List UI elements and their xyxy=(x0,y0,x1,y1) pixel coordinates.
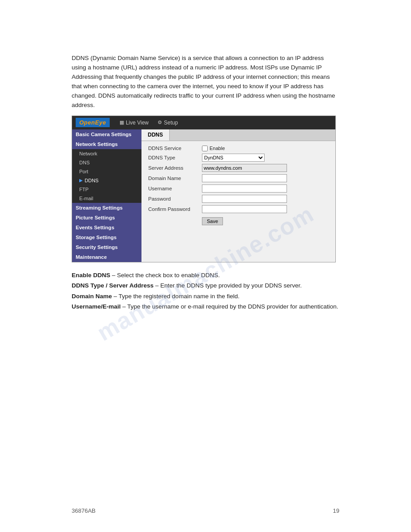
desc-item-1: DDNS Type / Server Address – Enter the D… xyxy=(72,281,339,291)
setup-nav[interactable]: ⚙ Setup xyxy=(153,116,182,129)
logo: OpenEye xyxy=(76,118,110,127)
intro-paragraph: DDNS (Dynamic Domain Name Service) is a … xyxy=(72,54,339,110)
password-row: Password xyxy=(148,195,329,203)
live-view-nav[interactable]: ▦ Live View xyxy=(115,116,153,129)
username-control xyxy=(202,184,287,193)
sidebar-item-network[interactable]: Network xyxy=(72,149,141,158)
server-address-label: Server Address xyxy=(148,165,202,171)
desc-label-1: DDNS Type / Server Address xyxy=(72,282,154,289)
tab-bar: DDNS xyxy=(141,129,335,141)
save-button[interactable]: Save xyxy=(202,217,223,225)
ddns-service-row: DDNS Service Enable xyxy=(148,146,329,151)
arrow-icon: ▶ xyxy=(79,178,83,183)
sidebar-item-dns[interactable]: DNS xyxy=(72,158,141,167)
live-view-label: Live View xyxy=(126,120,149,126)
server-address-control xyxy=(202,164,287,172)
ddns-type-label: DDNS Type xyxy=(148,155,202,160)
sidebar-email-label: E-mail xyxy=(79,196,93,201)
sidebar-streaming[interactable]: Streaming Settings xyxy=(72,203,141,213)
sidebar-dns-label: DNS xyxy=(79,160,90,165)
live-view-icon: ▦ xyxy=(120,120,124,125)
page-footer: 36876AB 19 xyxy=(72,507,339,514)
server-address-row: Server Address xyxy=(148,164,329,172)
ddns-enable-checkbox[interactable] xyxy=(202,146,208,151)
description-section: Enable DDNS – Select the check box to en… xyxy=(72,270,339,312)
server-address-input[interactable] xyxy=(202,164,287,172)
content-area: DDNS DDNS Service Enable DDNS Type xyxy=(141,129,335,262)
tab-ddns[interactable]: DDNS xyxy=(141,129,170,141)
desc-label-2: Domain Name xyxy=(72,293,112,300)
confirm-password-control xyxy=(202,205,287,213)
desc-item-3: Username/E-mail – Type the username or e… xyxy=(72,302,339,312)
sidebar-storage[interactable]: Storage Settings xyxy=(72,232,141,242)
password-input[interactable] xyxy=(202,195,287,203)
desc-item-2: Domain Name – Type the registered domain… xyxy=(72,292,339,301)
sidebar-basic-camera[interactable]: Basic Camera Settings xyxy=(72,129,141,139)
desc-label-3: Username/E-mail xyxy=(72,303,121,310)
sidebar-security[interactable]: Security Settings xyxy=(72,242,141,252)
sidebar-picture[interactable]: Picture Settings xyxy=(72,213,141,223)
sidebar-network-settings[interactable]: Network Settings xyxy=(72,139,141,149)
sidebar-item-ftp[interactable]: FTP xyxy=(72,185,141,194)
desc-text-0: Select the check box to enable DDNS. xyxy=(117,272,220,279)
confirm-password-input[interactable] xyxy=(202,205,287,213)
main-layout: Basic Camera Settings Network Settings N… xyxy=(72,129,335,262)
sidebar-network-label: Network xyxy=(79,151,97,156)
username-row: Username xyxy=(148,184,329,193)
ddns-type-row: DDNS Type DynDNS xyxy=(148,154,329,162)
sidebar-maintenance[interactable]: Maintenance xyxy=(72,252,141,262)
password-control xyxy=(202,195,287,203)
ddns-type-select[interactable]: DynDNS xyxy=(202,154,265,162)
desc-sep-3: – xyxy=(121,303,128,310)
desc-sep-0: – xyxy=(110,272,117,279)
domain-name-control xyxy=(202,174,287,182)
desc-item-0: Enable DDNS – Select the check box to en… xyxy=(72,270,339,280)
desc-sep-1: – xyxy=(154,282,160,289)
password-label: Password xyxy=(148,196,202,202)
domain-name-row: Domain Name xyxy=(148,174,329,182)
desc-text-1: Enter the DDNS type provided by your DDN… xyxy=(160,282,302,289)
desc-text-2: Type the registered domain name in the f… xyxy=(119,293,240,300)
setup-label: Setup xyxy=(164,120,178,126)
sidebar-ftp-label: FTP xyxy=(79,187,89,192)
sidebar-port-label: Port xyxy=(79,169,88,174)
camera-ui-screenshot: OpenEye ▦ Live View ⚙ Setup Basic Camera… xyxy=(72,116,336,262)
username-input[interactable] xyxy=(202,184,287,193)
doc-number: 36876AB xyxy=(72,507,96,514)
domain-name-label: Domain Name xyxy=(148,176,202,181)
sidebar-events[interactable]: Events Settings xyxy=(72,223,141,232)
nav-bar: OpenEye ▦ Live View ⚙ Setup xyxy=(72,116,335,129)
ddns-service-control: Enable xyxy=(202,146,225,151)
page-number: 19 xyxy=(333,507,339,514)
form-area: DDNS Service Enable DDNS Type DynDNS xyxy=(141,141,335,232)
confirm-password-row: Confirm Password xyxy=(148,205,329,213)
desc-label-0: Enable DDNS xyxy=(72,272,110,279)
sidebar-ddns-label: DDNS xyxy=(85,178,98,183)
confirm-password-label: Confirm Password xyxy=(148,206,202,212)
sidebar-item-email[interactable]: E-mail xyxy=(72,194,141,203)
ddns-type-control: DynDNS xyxy=(202,154,265,162)
sidebar: Basic Camera Settings Network Settings N… xyxy=(72,129,141,262)
save-row: Save xyxy=(148,215,329,225)
username-label: Username xyxy=(148,186,202,191)
gear-icon: ⚙ xyxy=(158,120,162,125)
sidebar-item-port[interactable]: Port xyxy=(72,167,141,176)
desc-sep-2: – xyxy=(112,293,119,300)
desc-text-3: Type the username or e-mail required by … xyxy=(127,303,338,310)
ddns-enable-label: Enable xyxy=(210,146,225,151)
ddns-service-label: DDNS Service xyxy=(148,146,202,151)
domain-name-input[interactable] xyxy=(202,174,287,182)
logo-eye: Eye xyxy=(95,119,106,126)
logo-open: Open xyxy=(79,119,95,126)
sidebar-item-ddns[interactable]: ▶ DDNS xyxy=(72,176,141,185)
